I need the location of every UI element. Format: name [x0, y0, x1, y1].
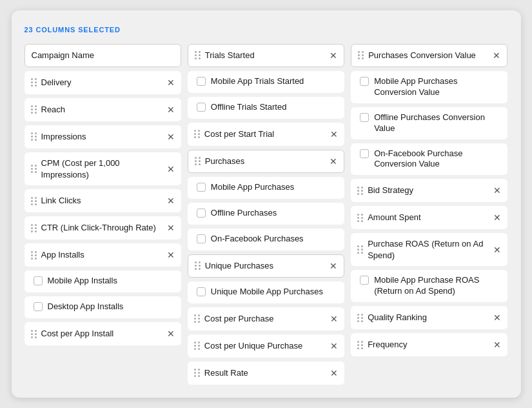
ctr-item[interactable]: CTR (Link Click-Through Rate) ✕	[25, 216, 181, 240]
mobile-app-purchase-roas-item[interactable]: Mobile App Purchase ROAS (Return on Ad S…	[351, 270, 507, 302]
mobile-app-purchases-cv-item[interactable]: Mobile App Purchases Conversion Value	[351, 71, 507, 103]
mobile-app-purchases-cv-label: Mobile App Purchases Conversion Value	[374, 76, 501, 98]
delivery-close[interactable]: ✕	[167, 78, 175, 87]
drag-icon	[357, 341, 364, 349]
column-2: Trials Started ✕ Mobile App Trials Start…	[188, 44, 344, 385]
campaign-name-item: Campaign Name	[25, 44, 181, 67]
drag-icon	[31, 105, 37, 114]
on-facebook-purchases-checkbox[interactable]	[197, 234, 206, 243]
app-installs-item[interactable]: App Installs ✕	[25, 243, 181, 267]
drag-icon	[357, 245, 364, 254]
impressions-close[interactable]: ✕	[167, 132, 175, 141]
columns-count: 23	[25, 26, 34, 34]
offline-purchases-cv-item[interactable]: Offline Purchases Conversion Value	[351, 107, 507, 139]
cost-per-app-install-close[interactable]: ✕	[167, 329, 175, 338]
mobile-app-purchase-roas-checkbox[interactable]	[360, 276, 369, 285]
on-facebook-purchases-item[interactable]: On-Facebook Purchases	[188, 229, 344, 250]
amount-spent-item[interactable]: Amount Spent ✕	[351, 206, 507, 229]
trials-started-close[interactable]: ✕	[330, 51, 337, 60]
ctr-close[interactable]: ✕	[167, 223, 175, 232]
offline-purchases-cv-checkbox[interactable]	[360, 113, 369, 122]
reach-close[interactable]: ✕	[167, 105, 175, 114]
purchase-roas-item[interactable]: Purchase ROAS (Return on Ad Spend) ✕	[351, 233, 507, 266]
result-rate-close[interactable]: ✕	[330, 369, 338, 378]
cost-per-purchase-item[interactable]: Cost per Purchase ✕	[188, 307, 344, 331]
unique-mobile-app-purchases-item[interactable]: Unique Mobile App Purchases	[188, 281, 344, 303]
quality-ranking-item[interactable]: Quality Ranking ✕	[351, 306, 507, 329]
app-installs-close[interactable]: ✕	[167, 250, 175, 260]
header: 23 COLUMNS SELECTED	[25, 23, 508, 35]
column-3: Purchases Conversion Value ✕ Mobile App …	[351, 44, 507, 356]
offline-purchases-checkbox[interactable]	[197, 209, 206, 218]
cost-per-app-install-label: Cost per App Install	[41, 329, 114, 340]
drag-icon	[357, 314, 364, 322]
trials-started-label: Trials Started	[205, 50, 255, 61]
drag-icon	[195, 261, 201, 270]
mobile-app-purchases-checkbox[interactable]	[197, 183, 206, 192]
reach-label: Reach	[41, 105, 66, 116]
purchases-item: Purchases ✕	[188, 150, 344, 173]
on-facebook-purchase-cv-item[interactable]: On-Facebook Purchase Conversion Value	[351, 143, 507, 176]
bid-strategy-item[interactable]: Bid Strategy ✕	[351, 179, 507, 202]
cost-per-purchase-close[interactable]: ✕	[330, 314, 338, 323]
cost-per-unique-purchase-item[interactable]: Cost per Unique Purchase ✕	[188, 334, 344, 358]
unique-mobile-app-purchases-checkbox[interactable]	[197, 287, 206, 296]
purchase-roas-close[interactable]: ✕	[493, 245, 501, 254]
mobile-app-purchases-item[interactable]: Mobile App Purchases	[188, 177, 344, 199]
drag-icon	[31, 330, 37, 338]
frequency-item[interactable]: Frequency ✕	[351, 333, 507, 356]
offline-purchases-item[interactable]: Offline Purchases	[188, 203, 344, 225]
quality-ranking-close[interactable]: ✕	[493, 313, 501, 322]
frequency-close[interactable]: ✕	[493, 340, 501, 349]
mobile-app-purchases-cv-checkbox[interactable]	[360, 77, 369, 86]
cost-per-purchase-label: Cost per Purchase	[204, 314, 274, 325]
delivery-label: Delivery	[41, 77, 72, 88]
amount-spent-close[interactable]: ✕	[493, 213, 501, 222]
purchase-roas-label: Purchase ROAS (Return on Ad Spend)	[368, 238, 489, 261]
cost-per-start-trial-item[interactable]: Cost per Start Trial ✕	[188, 123, 344, 146]
link-clicks-item[interactable]: Link Clicks ✕	[25, 189, 181, 212]
delivery-item[interactable]: Delivery ✕	[25, 71, 181, 94]
desktop-app-installs-checkbox[interactable]	[34, 302, 43, 311]
purchases-close[interactable]: ✕	[330, 157, 337, 166]
cost-per-unique-purchase-close[interactable]: ✕	[330, 342, 338, 351]
unique-purchases-label: Unique Purchases	[205, 261, 273, 272]
campaign-name-label: Campaign Name	[32, 50, 95, 61]
purchases-conversion-value-close[interactable]: ✕	[493, 51, 500, 60]
mobile-app-trials-started-item[interactable]: Mobile App Trials Started	[188, 71, 344, 93]
impressions-label: Impressions	[41, 132, 86, 143]
cost-per-app-install-item[interactable]: Cost per App Install ✕	[25, 322, 181, 345]
trials-started-item: Trials Started ✕	[188, 44, 344, 67]
on-facebook-purchases-label: On-Facebook Purchases	[211, 234, 304, 245]
mobile-app-trials-started-label: Mobile App Trials Started	[211, 76, 304, 87]
cpm-item[interactable]: CPM (Cost per 1,000 Impressions) ✕	[25, 152, 181, 185]
columns-selected-text: COLUMNS SELECTED	[35, 26, 120, 34]
drag-icon	[358, 51, 364, 59]
cost-per-start-trial-close[interactable]: ✕	[330, 130, 338, 139]
ctr-label: CTR (Link Click-Through Rate)	[41, 222, 156, 234]
unique-purchases-close[interactable]: ✕	[330, 261, 337, 270]
desktop-app-installs-item[interactable]: Desktop App Installs	[25, 296, 181, 318]
columns-selected-label: 23 COLUMNS SELECTED	[25, 26, 121, 34]
bid-strategy-close[interactable]: ✕	[493, 186, 501, 195]
mobile-app-trials-started-checkbox[interactable]	[197, 77, 206, 86]
mobile-app-installs-label: Mobile App Installs	[48, 276, 117, 287]
offline-purchases-label: Offline Purchases	[211, 208, 277, 219]
reach-item[interactable]: Reach ✕	[25, 98, 181, 121]
result-rate-item[interactable]: Result Rate ✕	[188, 362, 344, 385]
drag-icon	[194, 369, 201, 377]
on-facebook-purchase-cv-checkbox[interactable]	[360, 149, 369, 158]
impressions-item[interactable]: Impressions ✕	[25, 125, 181, 148]
offline-trials-started-item[interactable]: Offline Trials Started	[188, 97, 344, 119]
mobile-app-installs-item[interactable]: Mobile App Installs	[25, 270, 181, 292]
drag-icon	[31, 165, 37, 173]
drag-icon	[195, 51, 201, 59]
drag-icon	[31, 132, 37, 141]
cpm-close[interactable]: ✕	[167, 165, 175, 174]
offline-trials-started-checkbox[interactable]	[197, 103, 206, 112]
offline-trials-started-label: Offline Trials Started	[211, 102, 287, 113]
quality-ranking-label: Quality Ranking	[368, 312, 427, 323]
column-1: Campaign Name Delivery ✕ Reach ✕	[25, 44, 181, 345]
mobile-app-installs-checkbox[interactable]	[34, 276, 43, 285]
link-clicks-close[interactable]: ✕	[167, 196, 175, 205]
